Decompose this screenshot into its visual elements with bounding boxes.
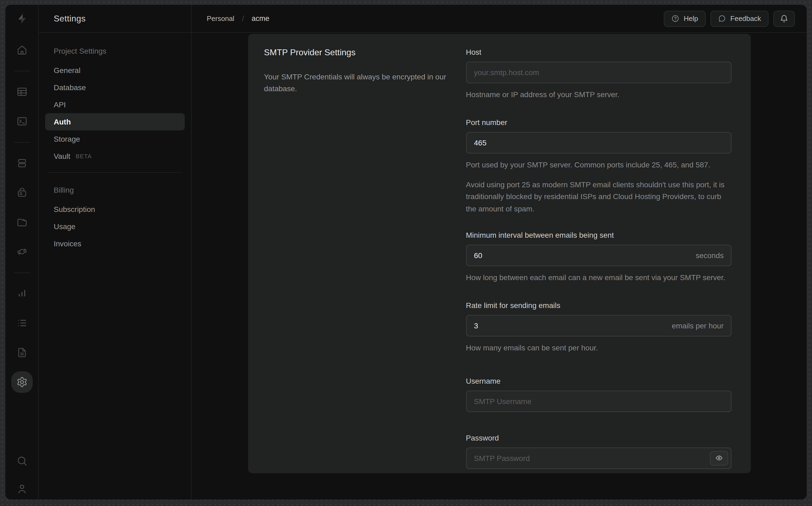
interval-input[interactable]: [466, 245, 731, 266]
sidebar-header: Settings: [39, 5, 191, 33]
icon-rail: [5, 5, 39, 500]
rate-limit-input[interactable]: [466, 315, 731, 337]
eye-icon: [715, 454, 723, 462]
reveal-password-button[interactable]: [710, 451, 728, 465]
port-input[interactable]: [466, 132, 731, 154]
help-circle-icon: [671, 14, 679, 22]
speech-bubble-icon: [718, 14, 726, 22]
rail-divider: [14, 71, 30, 71]
smtp-section-description: Your SMTP Credentials will always be enc…: [264, 71, 450, 95]
app-window: Settings Project Settings General Databa…: [5, 5, 807, 500]
sidebar-item-database[interactable]: Database: [45, 79, 185, 96]
sql-editor-icon[interactable]: [15, 115, 28, 128]
rail-divider: [14, 142, 30, 143]
reports-icon[interactable]: [15, 287, 28, 300]
smtp-settings-card: SMTP Provider Settings Your SMTP Credent…: [248, 34, 750, 473]
breadcrumb-org[interactable]: Personal: [207, 14, 234, 22]
feedback-button[interactable]: Feedback: [711, 10, 768, 26]
main-area: Personal / acme Help: [192, 5, 807, 500]
sidebar-item-invoices[interactable]: Invoices: [45, 235, 185, 252]
host-input[interactable]: [466, 62, 731, 83]
storage-icon[interactable]: [15, 216, 28, 229]
home-icon[interactable]: [15, 44, 28, 56]
rail-divider: [14, 273, 30, 273]
section-header-billing: Billing: [45, 186, 185, 194]
interval-helper-text: How long between each email can a new em…: [466, 271, 731, 283]
host-field-group: Host Hostname or IP address of your SMTP…: [466, 48, 731, 101]
interval-label: Minimum interval between emails being se…: [466, 231, 731, 239]
interval-field-group: Minimum interval between emails being se…: [466, 231, 731, 283]
section-header-project-settings: Project Settings: [45, 47, 185, 55]
host-helper-text: Hostname or IP address of your SMTP serv…: [466, 89, 731, 101]
table-editor-icon[interactable]: [15, 85, 28, 98]
port-field-group: Port number Port used by your SMTP serve…: [466, 118, 731, 215]
rate-limit-label: Rate limit for sending emails: [466, 301, 731, 310]
page-title: Settings: [54, 14, 86, 23]
host-label: Host: [466, 48, 731, 56]
sidebar-item-storage[interactable]: Storage: [45, 131, 185, 148]
smtp-section-title: SMTP Provider Settings: [264, 48, 450, 58]
username-label: Username: [466, 376, 731, 385]
port-helper-text-1: Port used by your SMTP server. Common po…: [466, 159, 731, 171]
topbar-actions: Help Feedback: [664, 10, 795, 26]
content-scroll-area[interactable]: SMTP Provider Settings Your SMTP Credent…: [192, 33, 807, 500]
help-button[interactable]: Help: [664, 10, 706, 26]
desktop: Settings Project Settings General Databa…: [0, 0, 812, 506]
password-label: Password: [466, 433, 731, 442]
port-label: Port number: [466, 118, 731, 127]
account-icon[interactable]: [15, 482, 28, 495]
sidebar-divider: [47, 172, 182, 173]
authentication-icon[interactable]: [15, 186, 28, 199]
logs-icon[interactable]: [15, 317, 28, 329]
sidebar-item-usage[interactable]: Usage: [45, 218, 185, 235]
smtp-card-intro: SMTP Provider Settings Your SMTP Credent…: [264, 48, 450, 469]
database-icon[interactable]: [15, 157, 28, 170]
api-docs-icon[interactable]: [15, 346, 28, 359]
username-input[interactable]: [466, 390, 731, 412]
breadcrumb-project[interactable]: acme: [251, 14, 269, 22]
port-helper-text-2: Avoid using port 25 as modern SMTP email…: [466, 179, 731, 215]
rate-limit-helper-text: How many emails can be sent per hour.: [466, 342, 731, 354]
password-field-group: Password: [466, 433, 731, 469]
sidebar-item-vault[interactable]: Vault BETA: [45, 148, 185, 165]
notifications-button[interactable]: [773, 10, 795, 26]
sidebar-item-api[interactable]: API: [45, 96, 185, 113]
password-input[interactable]: [466, 447, 731, 469]
topbar: Personal / acme Help: [192, 5, 807, 33]
bell-icon: [780, 14, 788, 23]
rate-limit-field-group: Rate limit for sending emails emails per…: [466, 301, 731, 354]
sidebar-item-auth[interactable]: Auth: [45, 113, 185, 131]
smtp-form: Host Hostname or IP address of your SMTP…: [466, 48, 731, 469]
beta-badge: BETA: [76, 153, 92, 159]
supabase-logo-icon[interactable]: [15, 12, 29, 26]
project-settings-icon[interactable]: [15, 375, 28, 389]
edge-functions-icon[interactable]: [15, 245, 28, 258]
sidebar-nav: Project Settings General Database API Au…: [39, 33, 191, 252]
username-field-group: Username: [466, 376, 731, 412]
settings-sidebar: Settings Project Settings General Databa…: [39, 5, 192, 500]
search-icon[interactable]: [15, 454, 28, 468]
sidebar-item-subscription[interactable]: Subscription: [45, 201, 185, 218]
breadcrumb-separator: /: [242, 14, 244, 23]
sidebar-item-general[interactable]: General: [45, 62, 185, 79]
